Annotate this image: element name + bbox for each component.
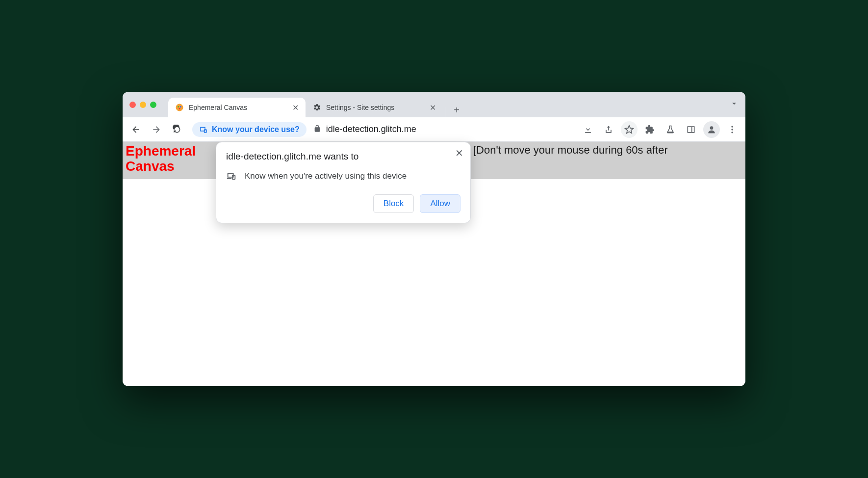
svg-point-1 <box>178 106 179 107</box>
tab-title: Ephemeral Canvas <box>189 104 287 111</box>
maximize-window-button[interactable] <box>150 102 156 108</box>
close-icon[interactable]: ✕ <box>455 147 463 159</box>
svg-point-6 <box>731 126 733 127</box>
block-button[interactable]: Block <box>373 194 414 213</box>
permission-prompt: ✕ idle-detection.glitch.me wants to Know… <box>216 142 471 223</box>
chip-label: Know your device use? <box>212 125 300 134</box>
share-icon[interactable] <box>600 121 617 138</box>
tab-strip: Ephemeral Canvas ✕ Settings - Site setti… <box>168 92 725 117</box>
downloads-icon[interactable] <box>580 121 596 138</box>
minimize-window-button[interactable] <box>140 102 146 108</box>
permission-text: Know when you're actively using this dev… <box>245 171 407 181</box>
devices-icon <box>226 171 237 182</box>
profile-avatar-icon[interactable] <box>703 121 720 138</box>
allow-button[interactable]: Allow <box>420 194 460 213</box>
permission-item: Know when you're actively using this dev… <box>226 171 460 182</box>
svg-point-7 <box>731 129 733 130</box>
tab-ephemeral-canvas[interactable]: Ephemeral Canvas ✕ <box>168 98 306 117</box>
menu-icon[interactable] <box>724 121 740 138</box>
permission-actions: Block Allow <box>226 194 460 213</box>
browser-window: Ephemeral Canvas ✕ Settings - Site setti… <box>123 92 745 386</box>
permission-title: idle-detection.glitch.me wants to <box>226 151 460 162</box>
extensions-icon[interactable] <box>641 121 658 138</box>
titlebar: Ephemeral Canvas ✕ Settings - Site setti… <box>123 92 745 117</box>
tab-separator <box>446 106 446 117</box>
bookmark-star-icon[interactable] <box>621 121 638 138</box>
back-button[interactable] <box>128 121 144 138</box>
page-title: Ephemeral Canvas <box>123 144 211 174</box>
svg-point-5 <box>710 126 714 130</box>
close-tab-icon[interactable]: ✕ <box>430 103 436 112</box>
svg-point-8 <box>731 132 733 133</box>
window-controls <box>129 102 156 108</box>
chevron-down-icon[interactable] <box>730 99 739 110</box>
lock-icon[interactable] <box>313 125 321 134</box>
permission-chip[interactable]: Know your device use? <box>192 122 306 137</box>
svg-point-0 <box>176 104 183 111</box>
close-window-button[interactable] <box>129 102 136 108</box>
close-tab-icon[interactable]: ✕ <box>292 103 299 112</box>
favicon-icon <box>175 103 184 112</box>
svg-point-2 <box>180 106 181 107</box>
gear-icon <box>312 103 321 112</box>
page-description: [Don't move your mouse during 60s after <box>473 144 668 157</box>
reload-button[interactable] <box>169 121 185 138</box>
page-content: Ephemeral Canvas [Don't move your mouse … <box>123 142 745 386</box>
labs-icon[interactable] <box>662 121 679 138</box>
side-panel-icon[interactable] <box>683 121 699 138</box>
toolbar: Know your device use? idle-detection.gli… <box>123 117 745 142</box>
url-text: idle-detection.glitch.me <box>326 124 416 134</box>
tab-title: Settings - Site settings <box>326 104 425 111</box>
forward-button[interactable] <box>148 121 165 138</box>
new-tab-button[interactable]: + <box>449 103 464 117</box>
address-bar[interactable]: Know your device use? idle-detection.gli… <box>192 122 416 137</box>
tab-settings[interactable]: Settings - Site settings ✕ <box>306 98 443 117</box>
svg-rect-9 <box>232 175 235 179</box>
svg-point-3 <box>179 108 180 109</box>
